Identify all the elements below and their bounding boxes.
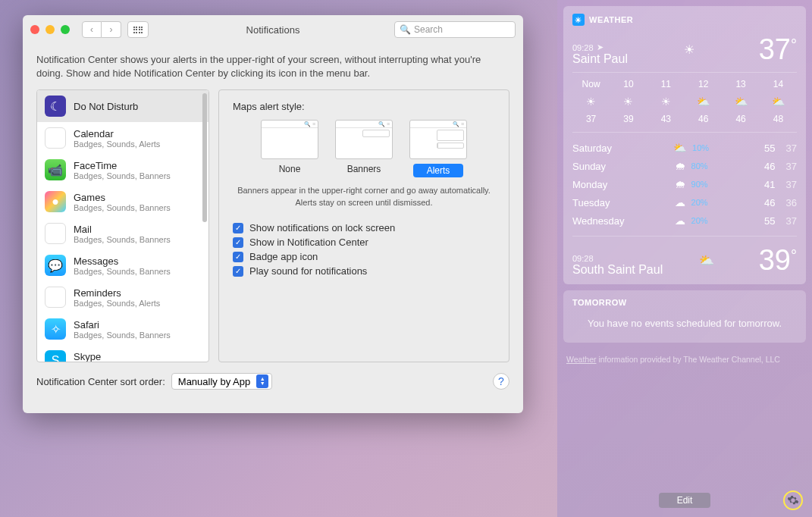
mail-icon: ✉ [45, 223, 66, 244]
app-sub: Badges, Sounds, Banners [74, 235, 171, 244]
check-play-sound[interactable]: ✓Play sound for notifications [233, 265, 495, 277]
alert-style-description: Banners appear in the upper-right corner… [233, 185, 495, 208]
weather-icon: ⛅ [735, 96, 748, 108]
weather-icon: ☀ [623, 96, 633, 108]
alert-style-alerts[interactable]: 🔍≡ Alerts [409, 120, 467, 177]
app-row-ft[interactable]: 📹FaceTimeBadges, Sounds, Banners [37, 154, 208, 186]
detail-panel: Maps alert style: 🔍≡ None 🔍≡ Banners 🔍≡ … [218, 89, 509, 362]
search-icon: 🔍 [400, 24, 411, 35]
alert-style-banners[interactable]: 🔍≡ Banners [335, 120, 393, 177]
daily-row: Wednesday☁20%5537 [572, 212, 797, 230]
titlebar: ‹ › Notifications 🔍 Search [23, 15, 523, 44]
app-sub: Badges, Sounds, Alerts [74, 299, 160, 308]
app-name: Safari [74, 319, 171, 331]
app-name: Messages [74, 255, 171, 267]
hour-col: 12⛅46 [685, 79, 722, 124]
app-row-skype[interactable]: SSkypeBadges, Sounds, Banners [37, 345, 208, 362]
minimize-button[interactable] [45, 25, 55, 34]
app-row-games[interactable]: ●GamesBadges, Sounds, Banners [37, 186, 208, 218]
alert-style-label: Maps alert style: [233, 101, 495, 112]
app-name: Mail [74, 224, 171, 235]
settings-gear-button[interactable] [783, 490, 803, 510]
skype-icon: S [45, 350, 66, 362]
daily-row: Monday🌧90%4137 [572, 175, 797, 193]
weather-primary-location[interactable]: 09:28➤ Saint Paul ☀ 37° [572, 33, 797, 73]
app-name: Games [74, 192, 171, 203]
app-name: Calendar [74, 128, 160, 139]
close-button[interactable] [30, 25, 39, 34]
safari-icon: ✧ [45, 318, 66, 340]
app-name: Skype [74, 351, 171, 362]
zoom-button[interactable] [61, 25, 70, 34]
scrollbar-thumb[interactable] [202, 93, 207, 222]
show-all-button[interactable] [127, 21, 149, 38]
search-input[interactable]: 🔍 Search [394, 21, 516, 38]
check-badge-app-icon[interactable]: ✓Badge app icon [233, 251, 495, 262]
sun-icon: ☀ [684, 42, 694, 57]
tomorrow-title: TOMORROW [572, 298, 797, 307]
gear-icon [787, 494, 799, 506]
tomorrow-widget: TOMORROW You have no events scheduled fo… [563, 290, 806, 343]
games-icon: ● [45, 191, 66, 212]
app-name: FaceTime [74, 160, 171, 171]
ft-icon: 📹 [45, 159, 66, 180]
hour-col: 13⛅46 [723, 79, 760, 124]
location-arrow-icon: ➤ [597, 42, 604, 52]
traffic-lights [30, 25, 70, 34]
weather-secondary-location[interactable]: 09:28 South Saint Paul ⛅ 39° [572, 244, 797, 277]
app-row-mail[interactable]: ✉MailBadges, Sounds, Banners [37, 218, 208, 249]
back-button[interactable]: ‹ [82, 21, 102, 38]
app-list: ☾Do Not Disturb17CalendarBadges, Sounds,… [36, 89, 209, 362]
app-name: Reminders [74, 287, 160, 299]
edit-button[interactable]: Edit [659, 493, 711, 508]
weather-icon: ☁ [675, 215, 685, 227]
app-sub: Badges, Sounds, Banners [74, 203, 171, 212]
weather-icon: ⛅ [697, 96, 710, 108]
hour-col: 11☀43 [647, 79, 685, 124]
help-button[interactable]: ? [493, 373, 509, 390]
weather-icon: 🌧 [675, 160, 685, 172]
weather-app-icon: ☀ [572, 14, 585, 26]
app-sub: Badges, Sounds, Banners [74, 267, 171, 276]
tomorrow-text: You have no events scheduled for tomorro… [572, 318, 797, 329]
cal-icon: 17 [45, 127, 66, 149]
primary-location-name: Saint Paul [572, 52, 628, 66]
app-row-dnd[interactable]: ☾Do Not Disturb [37, 90, 208, 122]
app-row-cal[interactable]: 17CalendarBadges, Sounds, Alerts [37, 122, 208, 154]
select-arrows-icon: ▲▼ [256, 374, 268, 388]
weather-widget: ☀ WEATHER 09:28➤ Saint Paul ☀ 37° Now☀37… [563, 6, 806, 284]
app-row-rem[interactable]: ☰RemindersBadges, Sounds, Alerts [37, 281, 208, 313]
hour-col: 14⛅48 [760, 79, 797, 124]
notifications-prefs-window: ‹ › Notifications 🔍 Search Notification … [23, 15, 523, 413]
hourly-forecast: Now☀3710☀3911☀4312⛅4613⛅4614⛅48 [572, 79, 797, 133]
check-lock-screen[interactable]: ✓Show notifications on lock screen [233, 222, 495, 233]
weather-icon: 🌧 [675, 178, 685, 190]
description-text: Notification Center shows your alerts in… [36, 53, 509, 80]
alert-style-none[interactable]: 🔍≡ None [261, 120, 318, 177]
weather-icon: ☁ [675, 196, 685, 208]
sort-order-select[interactable]: Manually by App ▲▼ [171, 373, 272, 390]
app-sub: Badges, Sounds, Alerts [74, 139, 160, 149]
daily-forecast: Saturday⛅10%5537Sunday🌧80%4637Monday🌧90%… [572, 139, 797, 237]
weather-icon: ☀ [661, 96, 671, 108]
weather-icon: ⛅ [673, 142, 686, 154]
weather-icon: ☀ [586, 96, 596, 108]
app-name: Do Not Disturb [74, 101, 138, 112]
forward-button[interactable]: › [102, 21, 121, 38]
rem-icon: ☰ [45, 287, 66, 308]
msg-icon: 💬 [45, 255, 66, 276]
hour-col: Now☀37 [572, 79, 610, 124]
weather-icon: ⛅ [772, 96, 785, 108]
dnd-icon: ☾ [45, 96, 66, 117]
check-notification-center[interactable]: ✓Show in Notification Center [233, 237, 495, 248]
daily-row: Sunday🌧80%4637 [572, 157, 797, 175]
hour-col: 10☀39 [610, 79, 647, 124]
app-sub: Badges, Sounds, Banners [74, 331, 171, 340]
app-row-safari[interactable]: ✧SafariBadges, Sounds, Banners [37, 313, 208, 345]
search-placeholder: Search [414, 24, 443, 35]
secondary-location-name: South Saint Paul [572, 263, 663, 277]
weather-attrib-link[interactable]: Weather [566, 355, 597, 364]
app-row-msg[interactable]: 💬MessagesBadges, Sounds, Banners [37, 249, 208, 281]
weather-attribution: Weather information provided by The Weat… [566, 355, 803, 364]
notification-center-panel: ☀ WEATHER 09:28➤ Saint Paul ☀ 37° Now☀37… [557, 0, 812, 517]
